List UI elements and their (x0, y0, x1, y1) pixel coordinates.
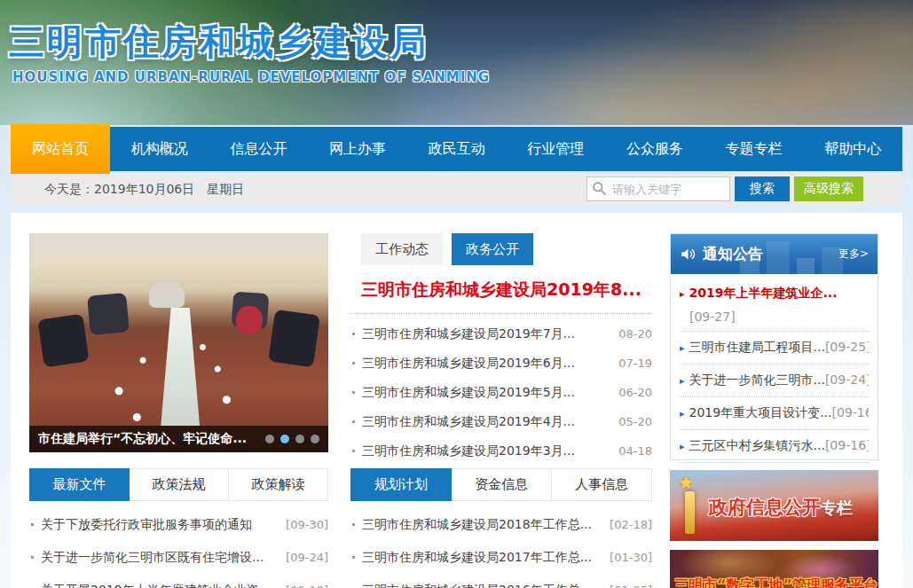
document-item[interactable]: 关于开展2019年上半年度建筑业企业资... [09-18] (29, 574, 328, 588)
tab-gov-disclosure[interactable]: 政务公开 (452, 233, 533, 265)
news-item-date: 04-18 (618, 444, 652, 458)
advanced-search-button[interactable]: 高级搜索 (794, 176, 863, 201)
nav-item-organization[interactable]: 机构概况 (110, 127, 209, 171)
info-banner-main-text: 政府信息公开 (709, 497, 821, 518)
tab-funding-info[interactable]: 资金信息 (452, 468, 552, 501)
plans-panel: 规划计划 资金信息 人事信息 三明市住房和城乡建设局2018年工作总... [0… (350, 468, 652, 588)
tab-latest-documents[interactable]: 最新文件 (29, 468, 130, 501)
notice-item[interactable]: 三元区中村乡集镇污水...[09-16] (680, 430, 869, 463)
tab-work-news[interactable]: 工作动态 (361, 233, 443, 265)
tab-planning[interactable]: 规划计划 (350, 468, 452, 501)
bullet-icon (31, 523, 34, 526)
divider (350, 313, 652, 314)
carousel-dot[interactable] (265, 435, 274, 443)
news-item-date: 05-20 (618, 415, 652, 428)
site-title: 三明市住房和城乡建设局 (9, 18, 429, 67)
notice-item[interactable]: 2019年重大项目设计变...[09-16] (680, 397, 869, 430)
documents-panel: 最新文件 政策法规 政策解读 关于下放委托行政审批服务事项的通知 [09-30]… (29, 468, 328, 588)
tab-personnel-info[interactable]: 人事信息 (552, 468, 652, 501)
nav-item-home[interactable]: 网站首页 (11, 124, 110, 174)
news-item-title: 三明市住房和城乡建设局2019年4月... (362, 414, 610, 430)
tab-policy-interpretation[interactable]: 政策解读 (229, 468, 328, 501)
notice-panel-title: 通知公告 (703, 244, 763, 264)
plan-item-date: [02-18] (610, 518, 652, 531)
search-box: 搜索 高级搜索 (586, 176, 863, 201)
search-button[interactable]: 搜索 (735, 176, 790, 201)
news-item[interactable]: 三明市住房和城乡建设局2019年3月... 04-18 (350, 436, 652, 466)
toolbar: 今天是：2019年10月06日 星期日 搜索 高级搜索 (11, 173, 902, 205)
notice-item-title: 三元区中村乡集镇污水... (689, 438, 825, 452)
gov-info-disclosure-banner[interactable]: 政府信息公开专栏 (670, 470, 878, 541)
main-content: 市住建局举行“不忘初心、牢记使命... 工作动态 政务公开 三明市住房和城乡建设… (11, 213, 902, 588)
notice-item-date: [09-27] (689, 310, 869, 324)
plan-item-title: 三明市住房和城乡建设局2018年工作总... (362, 517, 601, 533)
bullet-icon (352, 333, 355, 335)
news-item-title: 三明市住房和城乡建设局2019年3月... (362, 443, 610, 459)
arrow-icon (680, 340, 689, 354)
news-item-title: 三明市住房和城乡建设局2019年6月... (362, 356, 610, 372)
speaker-icon (680, 246, 697, 263)
nav-item-public-interaction[interactable]: 政民互动 (407, 127, 507, 171)
carousel-dots (265, 435, 319, 443)
nav-item-info-disclosure[interactable]: 信息公开 (209, 127, 309, 171)
carousel-dot-active[interactable] (280, 435, 289, 443)
bullet-icon (352, 420, 355, 423)
bullet-icon (352, 362, 355, 365)
search-input[interactable] (586, 176, 730, 201)
document-item-date: [09-24] (286, 551, 328, 564)
news-item-date: 08-20 (618, 327, 652, 341)
plan-item[interactable]: 三明市住房和城乡建设局2016年工作总... [01-25] (350, 574, 652, 588)
info-banner-text: 政府信息公开专栏 (709, 495, 853, 520)
plan-item[interactable]: 三明市住房和城乡建设局2017年工作总... [01-30] (350, 541, 652, 574)
nav-item-online-services[interactable]: 网上办事 (308, 127, 407, 171)
notice-item[interactable]: 2019年上半年建筑业企...[09-27] (680, 278, 869, 332)
notice-item-title: 2019年重大项目设计变... (689, 405, 832, 419)
bullet-icon (31, 556, 34, 559)
plan-item-title: 三明市住房和城乡建设局2016年工作总... (362, 583, 601, 588)
carousel-photo-meeting (29, 233, 328, 452)
photo-carousel[interactable]: 市住建局举行“不忘初心、牢记使命... (29, 233, 328, 452)
digital-worksite-banner[interactable]: 三明市“数字工地”管理服务平台 (670, 550, 878, 588)
nav-item-special-columns[interactable]: 专题专栏 (704, 127, 804, 171)
notice-panel: 通知公告 更多> 2019年上半年建筑业企...[09-27] 三明市住建局工程… (670, 233, 878, 460)
notice-item[interactable]: 关于进一步简化三明市...[09-24] (680, 365, 869, 397)
bullet-icon (352, 391, 355, 394)
carousel-dot[interactable] (295, 435, 304, 443)
arrow-icon (680, 372, 689, 387)
plan-item[interactable]: 三明市住房和城乡建设局2018年工作总... [02-18] (350, 508, 652, 541)
notice-more-link[interactable]: 更多> (838, 247, 869, 262)
document-item[interactable]: 关于进一步简化三明市区既有住宅增设... [09-24] (29, 541, 328, 574)
nav-item-help-center[interactable]: 帮助中心 (803, 127, 902, 171)
current-date-text: 今天是：2019年10月06日 星期日 (44, 173, 244, 205)
document-item-title: 关于进一步简化三明市区既有住宅增设... (41, 550, 277, 566)
notice-item-title: 关于进一步简化三明市... (689, 372, 825, 387)
document-item-title: 关于下放委托行政审批服务事项的通知 (41, 517, 277, 533)
info-banner-sub-text: 专栏 (821, 498, 853, 517)
nav-item-public-service[interactable]: 公众服务 (605, 127, 704, 171)
carousel-dot[interactable] (311, 435, 319, 443)
carousel-caption: 市住建局举行“不忘初心、牢记使命... (38, 431, 260, 447)
news-item-date: 07-19 (618, 357, 652, 370)
plan-item-title: 三明市住房和城乡建设局2017年工作总... (362, 550, 601, 566)
news-item[interactable]: 三明市住房和城乡建设局2019年7月... 08-20 (350, 319, 652, 349)
bullet-icon (352, 556, 355, 559)
arrow-icon (680, 438, 689, 452)
notice-item-title: 2019年上半年建筑业企... (689, 286, 838, 300)
site-subtitle: HOUSING AND URBAN-RURAL DEVELOPMENT OF S… (12, 69, 490, 85)
news-item[interactable]: 三明市住房和城乡建设局2019年4月... 05-20 (350, 407, 652, 436)
news-panel: 工作动态 政务公开 三明市住房和城乡建设局2019年8... 三明市住房和城乡建… (350, 233, 652, 466)
news-headline[interactable]: 三明市住房和城乡建设局2019年8... (350, 278, 652, 302)
document-item-date: [09-30] (286, 518, 328, 531)
tab-policies-regulations[interactable]: 政策法规 (130, 468, 229, 501)
notice-item-date: [09-16] (825, 438, 869, 452)
document-item[interactable]: 关于下放委托行政审批服务事项的通知 [09-30] (29, 508, 328, 541)
notice-item[interactable]: 三明市住建局工程项目...[09-25] (680, 332, 869, 365)
page: 三明市住房和城乡建设局 HOUSING AND URBAN-RURAL DEVE… (0, 0, 913, 588)
plans-tabs: 规划计划 资金信息 人事信息 (350, 468, 652, 501)
document-item-date: [09-18] (286, 584, 328, 588)
main-nav: 网站首页 机构概况 信息公开 网上办事 政民互动 行业管理 公众服务 专题专栏 … (11, 127, 902, 171)
nav-item-industry-management[interactable]: 行业管理 (507, 127, 606, 171)
notice-item-date: [09-16] (832, 405, 869, 419)
news-item[interactable]: 三明市住房和城乡建设局2019年6月... 07-19 (350, 349, 652, 378)
news-item[interactable]: 三明市住房和城乡建设局2019年5月... 06-20 (350, 378, 652, 407)
